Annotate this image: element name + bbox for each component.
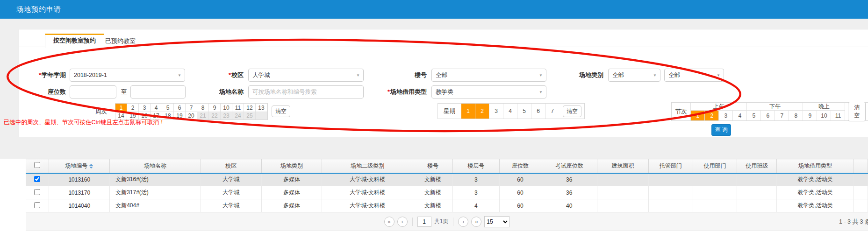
period-cell[interactable]: 5 (747, 111, 761, 120)
seat-max-input[interactable] (130, 85, 186, 98)
week-cell[interactable]: 1 (115, 104, 127, 112)
column-header: 场地名称 (110, 159, 201, 173)
next-page-button[interactable]: › (458, 217, 468, 227)
periods-group-header: 上午 (691, 103, 747, 111)
select-all-checkbox[interactable] (34, 162, 40, 168)
week-cell[interactable]: 19 (174, 112, 186, 120)
building-select[interactable]: 全部▼ (431, 69, 546, 82)
pagination-bar: « ‹ 共1页 › » 15 (26, 212, 868, 231)
campus-select[interactable]: 大学城▼ (248, 69, 364, 82)
row-checkbox[interactable] (34, 176, 40, 182)
venue-category-select-1[interactable]: 全部▼ (608, 69, 660, 82)
weekday-clear-button[interactable]: 清空 (563, 105, 581, 117)
first-page-button[interactable]: « (384, 217, 395, 227)
page-number-input[interactable] (417, 217, 431, 227)
week-cell[interactable]: 13 (256, 104, 267, 112)
tab-by-free-classroom[interactable]: 按空闲教室预约 (45, 34, 104, 48)
borrow-type-select[interactable]: 教学类▼ (431, 85, 546, 98)
periods-clear-button[interactable]: 清空 (848, 102, 866, 121)
chevron-down-icon: ▼ (539, 73, 543, 77)
last-page-button[interactable]: » (471, 217, 481, 227)
column-header: 楼层号 (452, 159, 499, 173)
building-label: 楼号 (388, 69, 427, 82)
column-header-venue-id[interactable]: 场地编号 (49, 159, 110, 173)
periods-label: 节次 (672, 103, 691, 120)
chevron-down-icon: ▼ (539, 90, 543, 94)
results-section: 场地编号 场地名称 校区 场地类别 场地二级类别 楼号 楼层号 座位数 考试座位… (0, 159, 868, 239)
period-cell[interactable]: 7 (775, 111, 789, 120)
week-cell[interactable]: 8 (197, 104, 209, 112)
period-cell[interactable]: 8 (789, 111, 803, 120)
venue-name-input[interactable] (248, 85, 364, 98)
period-cell[interactable]: 1 (691, 111, 705, 120)
period-cell[interactable]: 2 (705, 111, 719, 120)
week-cell[interactable]: 7 (186, 104, 197, 112)
row-checkbox[interactable] (34, 202, 40, 208)
week-cell-disabled: 25 (244, 112, 256, 120)
weekday-cell[interactable]: 7 (545, 104, 559, 119)
week-cell[interactable]: 4 (151, 104, 162, 112)
period-cell[interactable]: 9 (803, 111, 817, 120)
row-checkbox[interactable] (34, 189, 40, 195)
week-cell[interactable]: 3 (139, 104, 151, 112)
required-mark: * (39, 71, 41, 78)
column-header: 场地二级类别 (322, 159, 413, 173)
period-cell[interactable]: 6 (761, 111, 775, 120)
sort-icon[interactable] (89, 164, 93, 169)
table-header-row: 场地编号 场地名称 校区 场地类别 场地二级类别 楼号 楼层号 座位数 考试座位… (26, 159, 868, 173)
week-cell[interactable]: 10 (221, 104, 232, 112)
chevron-down-icon: ▼ (178, 73, 181, 77)
week-cell[interactable]: 2 (127, 104, 139, 112)
week-cell[interactable]: 12 (244, 104, 256, 112)
column-header: 使用班级 (737, 159, 777, 173)
table-row[interactable]: 1013170 文新317#(活) 大学城 多媒体 大学城-文科楼 文新楼 3 … (26, 186, 868, 199)
weekday-box: 星期 1 2 3 4 5 6 7 清空 (438, 103, 585, 119)
column-header: 场地类别 (261, 159, 322, 173)
weekday-cell[interactable]: 6 (531, 104, 545, 119)
chevron-down-icon: ▼ (717, 73, 720, 77)
week-cell[interactable]: 6 (174, 104, 186, 112)
table-row[interactable]: 1013160 文新316#(活) 大学城 多媒体 大学城-文科楼 文新楼 3 … (26, 173, 868, 186)
venue-reservation-page: 场地预约申请 按空闲教室预约 已预约教室 *学年学期 2018-2019-1▼ … (0, 0, 868, 239)
week-cell[interactable]: 5 (162, 104, 174, 112)
semester-select[interactable]: 2018-2019-1▼ (70, 69, 185, 82)
seat-min-input[interactable] (70, 85, 116, 98)
weekday-cell[interactable]: 4 (503, 104, 517, 119)
week-cell[interactable]: 20 (186, 112, 197, 120)
periods-group-header: 晚上 (803, 103, 845, 111)
period-cell[interactable]: 11 (831, 111, 845, 120)
tab-reserved-classroom[interactable]: 已预约教室 (98, 35, 143, 47)
results-table: 场地编号 场地名称 校区 场地类别 场地二级类别 楼号 楼层号 座位数 考试座位… (26, 159, 868, 212)
column-header: 托管部门 (648, 159, 693, 173)
pager-divider (412, 218, 413, 226)
column-header: 楼号 (413, 159, 452, 173)
page-size-select[interactable]: 15 (484, 216, 509, 227)
period-cell[interactable]: 3 (719, 111, 733, 120)
weekday-cell[interactable]: 3 (489, 104, 503, 119)
week-clear-button[interactable]: 清空 (272, 105, 290, 117)
record-count-summary: 1 - 3 共 3 条 (839, 218, 868, 226)
weekday-cell[interactable]: 1 (461, 104, 475, 119)
period-cell[interactable]: 10 (817, 111, 831, 120)
ctrl-cancel-hint: 已选中的周次、星期、节次可按住Ctrl键且左点击鼠标可取消！ (4, 119, 165, 127)
tab-divider (19, 47, 868, 47)
week-label: 周次 (95, 103, 114, 120)
week-cell[interactable]: 11 (232, 104, 244, 112)
column-header: 场地借用类型 (777, 159, 854, 173)
venue-category-select-2[interactable]: 全部▼ (664, 69, 724, 82)
week-cell[interactable]: 9 (209, 104, 221, 112)
weekday-label: 星期 (438, 104, 461, 119)
periods-group-afternoon: 下午 5 6 7 8 (747, 103, 803, 120)
query-button[interactable]: 查 询 (711, 124, 731, 136)
app-header: 场地预约申请 (0, 0, 868, 19)
page-title: 场地预约申请 (16, 5, 61, 14)
weekday-cell[interactable]: 2 (475, 104, 489, 119)
periods-box: 节次 上午 1 2 3 4 下午 5 6 7 8 (671, 102, 868, 121)
prev-page-button[interactable]: ‹ (397, 217, 408, 227)
campus-label: *校区 (206, 69, 244, 82)
period-cell[interactable]: 4 (733, 111, 747, 120)
column-header: 校区 (201, 159, 261, 173)
table-row[interactable]: 1014040 文新404# 大学城 多媒体 大学城-文科楼 文新楼 4 60 … (26, 199, 868, 212)
weekday-cell[interactable]: 5 (517, 104, 531, 119)
column-header: 建筑面积 (597, 159, 649, 173)
